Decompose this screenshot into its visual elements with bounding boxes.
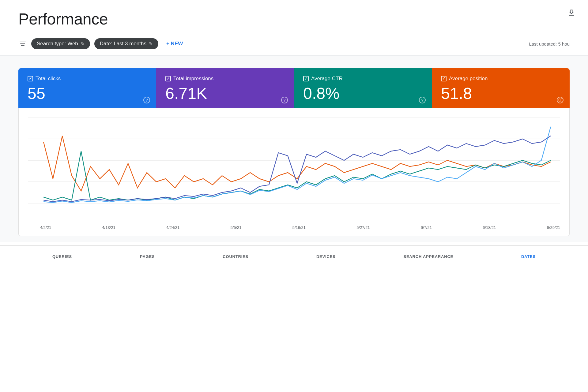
date-chip[interactable]: Date: Last 3 months ✎ xyxy=(94,38,158,49)
tab-search-appearance[interactable]: SEARCH APPEARANCE xyxy=(397,252,459,261)
search-type-label: Search type: Web xyxy=(37,41,78,47)
page-title: Performance xyxy=(18,10,570,28)
toolbar: Search type: Web ✎ Date: Last 3 months ✎… xyxy=(0,32,588,56)
x-label-2: 4/24/21 xyxy=(166,225,179,230)
metric-card-clicks[interactable]: Total clicks 55 ? xyxy=(18,68,156,108)
clicks-value: 55 xyxy=(28,85,147,102)
chart-x-labels: 4/2/21 4/13/21 4/24/21 5/5/21 5/16/21 5/… xyxy=(28,223,560,230)
tab-countries[interactable]: COUNTRIES xyxy=(217,252,254,261)
date-label: Date: Last 3 months xyxy=(100,41,146,47)
new-button[interactable]: + NEW xyxy=(163,38,187,49)
search-type-edit-icon: ✎ xyxy=(81,41,85,47)
metric-card-position-header: Average position xyxy=(441,76,560,82)
new-button-label: + NEW xyxy=(166,41,183,47)
metric-card-ctr[interactable]: Average CTR 0.8% ? xyxy=(294,68,432,108)
x-label-3: 5/5/21 xyxy=(230,225,241,230)
ctr-help-icon[interactable]: ? xyxy=(419,97,426,103)
position-label: Average position xyxy=(449,76,488,82)
metric-card-impressions[interactable]: Total impressions 6.71K ? xyxy=(156,68,294,108)
filter-icon[interactable] xyxy=(18,40,27,47)
clicks-checkbox-icon xyxy=(28,76,33,81)
last-updated-text: Last updated: 5 hou xyxy=(529,41,570,47)
ctr-checkbox-icon xyxy=(303,76,309,81)
impressions-label: Total impressions xyxy=(173,76,213,82)
position-value: 51.8 xyxy=(441,85,560,102)
tab-pages[interactable]: PAGES xyxy=(134,252,161,261)
x-label-7: 6/18/21 xyxy=(483,225,496,230)
bottom-tabs: QUERIES PAGES COUNTRIES DEVICES SEARCH A… xyxy=(0,245,588,264)
main-content: Total clicks 55 ? Total impressions 6.71… xyxy=(0,56,588,242)
date-edit-icon: ✎ xyxy=(149,41,153,47)
x-label-4: 5/16/21 xyxy=(292,225,306,230)
clicks-help-icon[interactable]: ? xyxy=(143,97,150,103)
metric-card-impressions-header: Total impressions xyxy=(165,76,285,82)
x-label-6: 6/7/21 xyxy=(421,225,432,230)
ctr-label: Average CTR xyxy=(311,76,343,82)
chart-container: 4/2/21 4/13/21 4/24/21 5/5/21 5/16/21 5/… xyxy=(18,108,570,236)
performance-chart xyxy=(28,118,560,222)
impressions-help-icon[interactable]: ? xyxy=(281,97,288,103)
impressions-checkbox-icon xyxy=(165,76,171,81)
impressions-value: 6.71K xyxy=(165,85,285,102)
header: Performance xyxy=(0,0,588,32)
x-label-0: 4/2/21 xyxy=(40,225,51,230)
metric-card-position[interactable]: Average position 51.8 ⓘ xyxy=(432,68,570,108)
tab-queries[interactable]: QUERIES xyxy=(46,252,78,261)
tab-dates[interactable]: DATES xyxy=(515,252,542,261)
metric-card-ctr-header: Average CTR xyxy=(303,76,423,82)
position-help-icon[interactable]: ⓘ xyxy=(557,97,564,103)
ctr-value: 0.8% xyxy=(303,85,423,102)
search-type-chip[interactable]: Search type: Web ✎ xyxy=(31,38,90,49)
metric-cards: Total clicks 55 ? Total impressions 6.71… xyxy=(18,68,570,108)
metric-card-clicks-header: Total clicks xyxy=(28,76,147,82)
tab-devices[interactable]: DEVICES xyxy=(310,252,342,261)
x-label-5: 5/27/21 xyxy=(356,225,370,230)
x-label-8: 6/29/21 xyxy=(547,225,560,230)
position-checkbox-icon xyxy=(441,76,447,81)
page-wrapper: Performance Search type: Web ✎ Date: Las… xyxy=(0,0,588,392)
clicks-label: Total clicks xyxy=(36,76,61,82)
x-label-1: 4/13/21 xyxy=(102,225,115,230)
download-icon[interactable] xyxy=(567,9,576,18)
